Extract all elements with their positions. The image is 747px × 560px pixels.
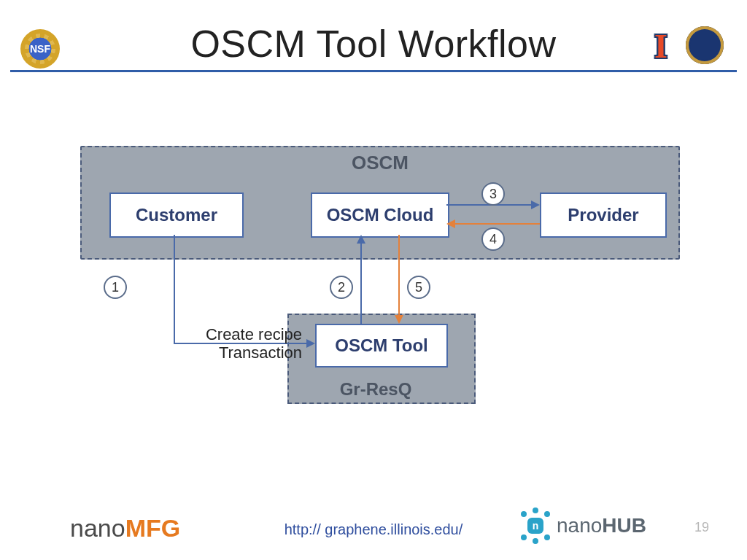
edge-4-seg (455, 223, 540, 225)
edge-1-annotation-line2: Transaction (219, 343, 302, 362)
edge-4-arrowhead-icon (446, 219, 455, 228)
edge-2-arrowhead-icon (357, 235, 365, 244)
step-marker-3: 3 (481, 182, 505, 206)
step-marker-2: 2 (330, 276, 353, 299)
oscm-container-label: OSCM (82, 152, 678, 174)
edge-3-arrowhead-icon (531, 201, 540, 209)
slide-title: OSCM Tool Workflow (0, 22, 747, 66)
slide-footer: nanoMFG http:// graphene.illinois.edu/ n… (0, 506, 747, 550)
workflow-diagram: OSCM Gr-ResQ Customer OSCM Cloud Provide… (0, 73, 747, 467)
node-provider: Provider (540, 192, 667, 238)
university-seal-icon (686, 26, 724, 64)
header-divider (10, 70, 737, 72)
step-marker-5: 5 (407, 276, 430, 299)
nanohub-logo: n nanoHUB (519, 509, 646, 542)
slide-header: NSF OSCM Tool Workflow I (0, 7, 747, 66)
nanohub-logo-prefix: nano (557, 514, 602, 537)
step-marker-1: 1 (104, 276, 127, 299)
step-marker-4: 4 (481, 228, 505, 251)
grresq-label: Gr-ResQ (289, 379, 462, 400)
edge-2-seg (360, 244, 362, 324)
nanohub-logo-suffix: HUB (602, 514, 646, 537)
nanohub-icon: n (519, 509, 552, 542)
edge-1-arrowhead-icon (306, 339, 315, 348)
node-customer: Customer (109, 192, 244, 238)
illinois-logo-icon: I (648, 28, 674, 64)
illinois-logo-text: I (654, 27, 667, 66)
edge-1-annotation: Create recipe Transaction (171, 325, 302, 362)
edge-5-seg (398, 235, 400, 315)
edge-5-arrowhead-icon (395, 315, 403, 324)
page-number: 19 (694, 520, 709, 535)
node-oscm-tool: OSCM Tool (315, 324, 448, 368)
edge-1-annotation-line1: Create recipe (206, 325, 302, 343)
node-oscm-cloud: OSCM Cloud (311, 192, 449, 238)
slide: NSF OSCM Tool Workflow I OSCM Gr-ResQ Cu… (0, 0, 747, 560)
